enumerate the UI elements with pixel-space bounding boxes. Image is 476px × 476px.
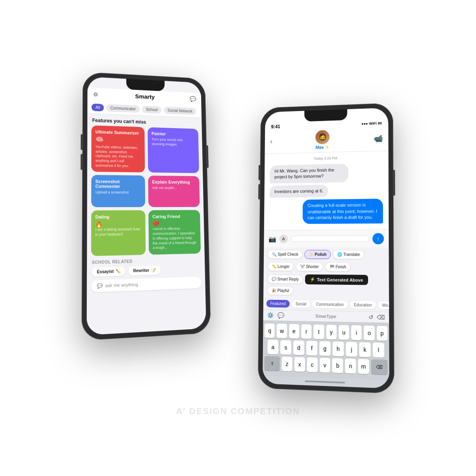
feature-title-caring: Caring Friend: [152, 214, 196, 219]
key-g[interactable]: g: [319, 341, 330, 356]
feature-card-caring[interactable]: Caring Friend ❤️ I excel in effective co…: [148, 210, 201, 255]
ask-bar[interactable]: 💬 ask me anything: [91, 276, 202, 292]
school-section: SCHOOL RELATED Essayist ✏️ Rewriter 📝: [87, 253, 205, 277]
feature-card-explain[interactable]: Explain Everything Ask me anythi...: [148, 176, 200, 207]
tooltip-emoji: ⚡: [310, 277, 315, 282]
video-call-button[interactable]: 📹: [374, 134, 383, 143]
essayist-icon: ✏️: [115, 269, 120, 274]
key-v[interactable]: v: [320, 358, 330, 373]
key-s[interactable]: s: [280, 340, 292, 355]
siri-button[interactable]: A: [279, 234, 288, 243]
bubble-incoming-2: Investors are coming at 6.: [270, 184, 383, 198]
key-d[interactable]: d: [293, 340, 304, 355]
chat-icon[interactable]: 💬: [190, 96, 196, 102]
ai-chips-row-2: 📏 Longer ✂️ Shorter 🏁 Finish: [264, 261, 389, 274]
key-backspace[interactable]: ⌫: [371, 359, 388, 375]
battery-icon: 80: [378, 121, 382, 125]
kb-cat-featured[interactable]: Featured: [267, 300, 290, 308]
key-e[interactable]: e: [289, 324, 299, 339]
feature-card-summarizer[interactable]: Ultimate Summarizer 🧠 YouTube videos, we…: [91, 125, 145, 173]
key-l[interactable]: l: [373, 343, 384, 358]
longer-icon: 📏: [272, 264, 276, 269]
phone-left: ⚙ Smarty 💬 All Communicator School Socia…: [81, 72, 211, 341]
ask-placeholder: ask me anything: [105, 282, 138, 288]
contact-name[interactable]: Max✨: [315, 145, 329, 150]
key-k[interactable]: k: [359, 342, 371, 357]
filter-school[interactable]: School: [142, 106, 161, 113]
kb-cat-education[interactable]: Education: [350, 301, 376, 309]
kb-cat-social[interactable]: Social: [292, 300, 310, 308]
kb-cat-communication[interactable]: Communication: [312, 300, 348, 309]
filter-social[interactable]: Social Network: [164, 107, 196, 115]
key-i[interactable]: i: [351, 325, 362, 340]
key-h[interactable]: h: [332, 342, 344, 357]
chip-playful[interactable]: 🎉 Playful: [267, 286, 294, 296]
filter-communicator[interactable]: Communicator: [106, 104, 140, 113]
chip-spell-check[interactable]: 🔍 Spell Check: [268, 250, 303, 259]
vol-up-button[interactable]: [81, 134, 82, 150]
scene: ⚙ Smarty 💬 All Communicator School Socia…: [60, 40, 416, 436]
contact-info: 🧔 Max✨: [315, 130, 330, 150]
feature-title-painter: Painter: [152, 131, 195, 137]
key-o[interactable]: o: [364, 326, 374, 341]
gear-icon[interactable]: ⚙: [93, 91, 98, 97]
kb-cat-more[interactable]: Wo...: [378, 301, 389, 309]
key-t[interactable]: t: [313, 324, 324, 339]
key-f[interactable]: f: [306, 341, 317, 355]
key-x[interactable]: x: [294, 357, 305, 372]
polish-icon: ✨: [309, 252, 314, 257]
back-button[interactable]: ‹: [270, 138, 273, 146]
right-vol-up-button[interactable]: [259, 165, 260, 180]
key-c[interactable]: c: [307, 357, 318, 372]
feature-card-dating[interactable]: Dating 🔥 I am a dating assistant lives i…: [91, 210, 146, 256]
key-a[interactable]: a: [267, 340, 278, 355]
filter-all[interactable]: All: [92, 104, 104, 111]
key-y[interactable]: y: [326, 325, 337, 340]
key-n[interactable]: n: [345, 359, 356, 374]
rewriter-icon: 📝: [151, 268, 155, 273]
kb-delete-icon[interactable]: ⌫: [377, 314, 385, 321]
spell-check-label: Spell Check: [278, 252, 298, 257]
phone-right: 9:41 ●●● WiFi 80 ‹ 🧔 Max✨: [258, 103, 394, 393]
kb-undo-icon[interactable]: ↺: [369, 314, 373, 321]
finish-icon: 🏁: [330, 265, 334, 269]
vol-down-button[interactable]: [81, 154, 82, 170]
keyboard-icons: ⚙️ 💬: [267, 312, 284, 319]
key-j[interactable]: j: [346, 342, 357, 357]
key-w[interactable]: w: [276, 324, 287, 338]
kb-msg-icon[interactable]: 💬: [278, 312, 284, 319]
chip-longer[interactable]: 📏 Longer: [267, 262, 294, 271]
key-q[interactable]: q: [265, 323, 275, 338]
bubble-text-2: Investors are coming at 6.: [270, 185, 328, 198]
message-header: ‹ 🧔 Max✨ 📹: [265, 126, 389, 154]
key-m[interactable]: m: [358, 359, 369, 374]
keyboard-keys: q w e r t y u i o p a s d: [263, 320, 389, 380]
longer-label: Longer: [278, 264, 290, 269]
key-b[interactable]: b: [332, 358, 343, 373]
power-button[interactable]: [207, 145, 209, 168]
shorter-label: Shorter: [306, 265, 319, 269]
kb-settings-icon[interactable]: ⚙️: [267, 312, 274, 318]
chip-shorter[interactable]: ✂️ Shorter: [296, 262, 323, 271]
key-p[interactable]: p: [377, 326, 388, 341]
school-rewriter[interactable]: Rewriter 📝: [129, 265, 161, 276]
key-z[interactable]: z: [282, 357, 292, 371]
feature-card-screenshot[interactable]: Screenshot Commenter Upload a screenshot: [91, 175, 145, 207]
chip-polish[interactable]: ✨ Polish: [305, 250, 331, 259]
key-u[interactable]: u: [338, 325, 349, 340]
send-button[interactable]: ↑: [372, 233, 384, 244]
key-r[interactable]: r: [301, 324, 311, 339]
feature-card-painter[interactable]: Painter Turn your words into stunning im…: [148, 127, 199, 173]
feature-title-screenshot: Screenshot Commenter: [95, 179, 141, 189]
key-shift[interactable]: ⇧: [264, 356, 280, 371]
camera-button[interactable]: 📷: [269, 235, 276, 243]
chip-finish[interactable]: 🏁 Finish: [325, 262, 351, 272]
compose-field[interactable]: [291, 236, 369, 242]
chip-smart-reply[interactable]: 💬 Smart Reply: [267, 274, 303, 284]
right-vol-down-button[interactable]: [258, 184, 260, 200]
ai-chips-row-3: 💬 Smart Reply ⚡ Text Generated Above 🎉 P…: [263, 273, 389, 299]
shorter-icon: ✂️: [300, 265, 305, 269]
right-power-button[interactable]: [393, 170, 395, 196]
chip-translate[interactable]: 🌐 Translate: [333, 250, 364, 259]
school-essayist[interactable]: Essayist ✏️: [92, 266, 125, 277]
